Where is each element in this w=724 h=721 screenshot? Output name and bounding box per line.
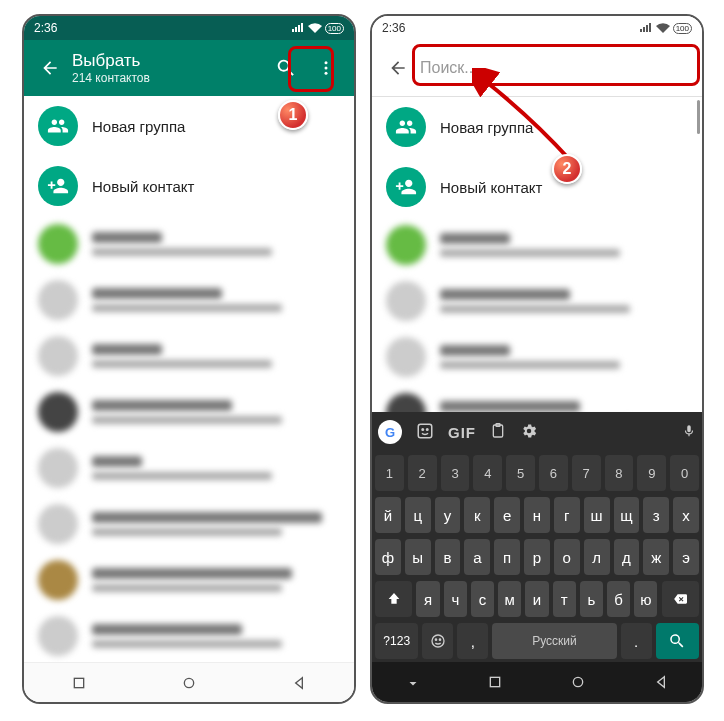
google-icon[interactable]: G	[378, 420, 402, 444]
emoji-key[interactable]	[422, 623, 453, 659]
key-ч[interactable]: ч	[444, 581, 467, 617]
menu-button[interactable]	[306, 48, 346, 88]
contact-row[interactable]	[24, 216, 354, 272]
key-ю[interactable]: ю	[634, 581, 657, 617]
on-screen-keyboard[interactable]: G GIF 1234567890 йцукенгшщзх фывапролджэ…	[372, 412, 702, 662]
period-key[interactable]: .	[621, 623, 652, 659]
keyboard-hide-icon[interactable]	[406, 675, 420, 689]
svg-rect-13	[490, 677, 499, 686]
nav-recent-icon[interactable]	[71, 675, 87, 691]
space-key[interactable]: Русский	[492, 623, 616, 659]
nav-back-icon[interactable]	[653, 674, 669, 690]
key-щ[interactable]: щ	[614, 497, 640, 533]
contact-row[interactable]	[372, 217, 702, 273]
key-2[interactable]: 2	[408, 455, 437, 491]
key-0[interactable]: 0	[670, 455, 699, 491]
svg-point-4	[184, 678, 193, 687]
key-а[interactable]: а	[464, 539, 490, 575]
symbols-key[interactable]: ?123	[375, 623, 418, 659]
svg-point-1	[325, 67, 328, 70]
contact-row[interactable]	[24, 384, 354, 440]
key-н[interactable]: н	[524, 497, 550, 533]
key-6[interactable]: 6	[539, 455, 568, 491]
step-badge-1: 1	[278, 100, 308, 130]
group-icon	[386, 107, 426, 147]
nav-recent-icon[interactable]	[487, 674, 503, 690]
svg-rect-3	[74, 678, 83, 687]
key-в[interactable]: в	[435, 539, 461, 575]
key-и[interactable]: и	[525, 581, 548, 617]
key-5[interactable]: 5	[506, 455, 535, 491]
svg-point-11	[435, 639, 436, 640]
svg-point-0	[325, 61, 328, 64]
contact-row[interactable]	[372, 329, 702, 385]
nav-home-icon[interactable]	[570, 674, 586, 690]
key-3[interactable]: 3	[441, 455, 470, 491]
contact-row[interactable]	[24, 328, 354, 384]
key-ш[interactable]: ш	[584, 497, 610, 533]
svg-point-7	[427, 428, 429, 430]
key-к[interactable]: к	[464, 497, 490, 533]
contact-list[interactable]: Новая группа Новый контакт	[24, 96, 354, 664]
contact-row[interactable]	[24, 608, 354, 664]
key-э[interactable]: э	[673, 539, 699, 575]
key-ф[interactable]: ф	[375, 539, 401, 575]
clipboard-icon[interactable]	[490, 422, 506, 443]
key-4[interactable]: 4	[473, 455, 502, 491]
scroll-indicator	[697, 100, 700, 134]
key-ы[interactable]: ы	[405, 539, 431, 575]
contact-row[interactable]	[24, 496, 354, 552]
new-contact-item[interactable]: Новый контакт	[24, 156, 354, 216]
key-л[interactable]: л	[584, 539, 610, 575]
pointer-arrow	[472, 68, 592, 168]
gif-icon[interactable]: GIF	[448, 424, 476, 441]
key-7[interactable]: 7	[572, 455, 601, 491]
key-й[interactable]: й	[375, 497, 401, 533]
status-time: 2:36	[34, 21, 57, 35]
android-nav-bar	[372, 662, 702, 702]
svg-point-12	[439, 639, 440, 640]
key-о[interactable]: о	[554, 539, 580, 575]
svg-point-10	[432, 635, 444, 647]
search-action-key[interactable]	[656, 623, 699, 659]
key-б[interactable]: б	[607, 581, 630, 617]
status-bar: 2:36 100	[372, 16, 702, 40]
key-у[interactable]: у	[435, 497, 461, 533]
key-е[interactable]: е	[494, 497, 520, 533]
key-м[interactable]: м	[498, 581, 521, 617]
key-д[interactable]: д	[614, 539, 640, 575]
back-button[interactable]	[32, 50, 68, 86]
key-1[interactable]: 1	[375, 455, 404, 491]
key-с[interactable]: с	[471, 581, 494, 617]
settings-icon[interactable]	[520, 422, 538, 443]
back-button[interactable]	[380, 50, 416, 86]
key-т[interactable]: т	[553, 581, 576, 617]
key-ц[interactable]: ц	[405, 497, 431, 533]
contact-row[interactable]	[24, 272, 354, 328]
backspace-key[interactable]	[662, 581, 699, 617]
sticker-icon[interactable]	[416, 422, 434, 443]
key-п[interactable]: п	[494, 539, 520, 575]
key-8[interactable]: 8	[605, 455, 634, 491]
nav-home-icon[interactable]	[181, 675, 197, 691]
nav-back-icon[interactable]	[291, 675, 307, 691]
key-ь[interactable]: ь	[580, 581, 603, 617]
key-х[interactable]: х	[673, 497, 699, 533]
svg-point-14	[573, 677, 582, 686]
shift-key[interactable]	[375, 581, 412, 617]
contact-row[interactable]	[24, 440, 354, 496]
key-р[interactable]: р	[524, 539, 550, 575]
contact-row[interactable]	[372, 273, 702, 329]
svg-rect-5	[418, 424, 432, 438]
android-nav-bar	[24, 662, 354, 702]
mic-icon[interactable]	[682, 422, 696, 443]
key-9[interactable]: 9	[637, 455, 666, 491]
key-з[interactable]: з	[643, 497, 669, 533]
contact-row[interactable]	[24, 552, 354, 608]
key-я[interactable]: я	[416, 581, 439, 617]
key-г[interactable]: г	[554, 497, 580, 533]
svg-point-6	[422, 428, 424, 430]
search-button[interactable]	[266, 48, 306, 88]
comma-key[interactable]: ,	[457, 623, 488, 659]
key-ж[interactable]: ж	[643, 539, 669, 575]
